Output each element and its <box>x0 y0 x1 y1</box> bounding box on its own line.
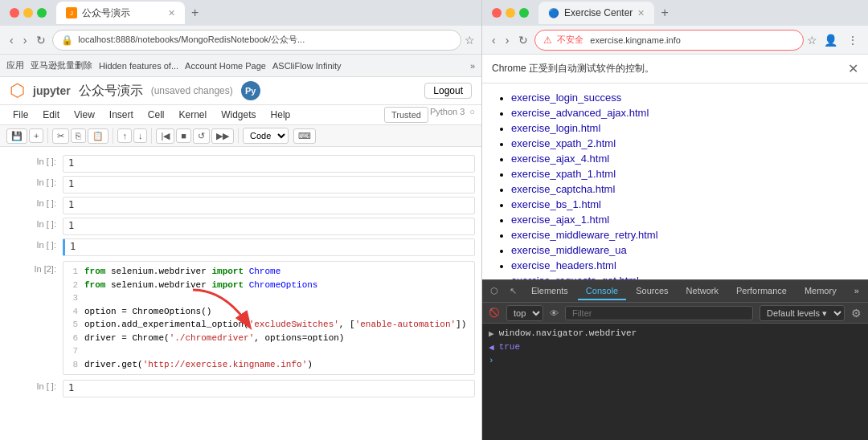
reload-button[interactable]: ↻ <box>33 31 49 50</box>
minimize-window-btn[interactable] <box>23 8 33 18</box>
notebook-title[interactable]: 公众号演示 <box>79 83 143 100</box>
devtools-tab-console[interactable]: Console <box>578 283 626 300</box>
exercise-link-3[interactable]: exercise_xpath_2.html <box>511 136 855 151</box>
insecure-icon: ⚠ <box>543 35 552 46</box>
devtools-tab-network[interactable]: Network <box>678 283 727 300</box>
address-bar[interactable]: 🔒 localhost:8888/notebooks/MongoRedisNot… <box>52 30 461 51</box>
right-maximize-btn[interactable] <box>519 8 529 18</box>
bookmark-ascii[interactable]: ASCliFlow Infinity <box>272 61 342 71</box>
menu-help[interactable]: Help <box>264 107 297 123</box>
right-close-btn[interactable] <box>492 8 502 18</box>
bookmark-hidden[interactable]: Hidden features of... <box>99 61 178 71</box>
cell-5-content[interactable]: 1 <box>63 238 475 256</box>
exercise-link-2[interactable]: exercise_login.html <box>511 120 855 136</box>
menu-insert[interactable]: Insert <box>103 107 140 123</box>
bookmarks-more[interactable]: » <box>470 61 475 71</box>
logout-button[interactable]: Logout <box>424 83 472 99</box>
bookmark-apps[interactable]: 应用 <box>6 59 24 71</box>
cell-1-content[interactable]: 1 <box>63 155 475 173</box>
code-cell-content[interactable]: 1 from selenium.webdriver import Chrome … <box>63 261 475 375</box>
menu-cell[interactable]: Cell <box>141 107 171 123</box>
cell-4-content[interactable]: 1 <box>63 218 475 235</box>
forward-button[interactable]: › <box>20 31 31 50</box>
menu-widgets[interactable]: Widgets <box>215 107 262 123</box>
menu-edit[interactable]: Edit <box>36 107 66 123</box>
tab-close-btn[interactable]: ✕ <box>168 8 175 18</box>
bookmark-star[interactable]: ☆ <box>465 34 475 47</box>
add-cell-btn[interactable]: + <box>29 128 43 143</box>
back-button[interactable]: ‹ <box>6 31 17 50</box>
console-prompt[interactable]: › <box>489 356 494 365</box>
exercise-link-10[interactable]: exercise_middleware_ua <box>511 242 855 258</box>
restart-btn[interactable]: ↺ <box>193 128 210 144</box>
exercise-link-4[interactable]: exercise_ajax_4.html <box>511 151 855 166</box>
devtools-tab-sources[interactable]: Sources <box>628 283 676 300</box>
bookmark-account[interactable]: Account Home Page <box>185 61 266 71</box>
bookmark-amazon[interactable]: 亚马逊批量删除 <box>31 59 92 71</box>
cell-last-content[interactable]: 1 <box>63 380 475 397</box>
exercise-link-0[interactable]: exercise_login_success <box>511 90 855 105</box>
menu-kernel[interactable]: Kernel <box>173 107 214 123</box>
right-back-btn[interactable]: ‹ <box>489 31 499 50</box>
copy-btn[interactable]: ⎘ <box>71 128 86 143</box>
run-all-btn[interactable]: ▶▶ <box>211 128 234 144</box>
devtools-tab-more[interactable]: » <box>846 283 867 300</box>
right-forward-btn[interactable]: › <box>502 31 513 50</box>
exercise-link-6[interactable]: exercise_captcha.html <box>511 181 855 197</box>
list-item: exercise_xpath_2.html <box>511 136 855 151</box>
right-new-tab-btn[interactable]: + <box>657 6 671 20</box>
devtools-tab-memory[interactable]: Memory <box>796 283 845 300</box>
maximize-window-btn[interactable] <box>37 8 47 18</box>
console-filter-input[interactable] <box>565 306 753 320</box>
stop-btn[interactable]: ■ <box>176 128 191 143</box>
automation-banner: Chrome 正受到自动测试软件的控制。 ✕ <box>482 55 868 84</box>
devtools-eye-icon[interactable]: 👁 <box>550 308 559 318</box>
cell-2-content[interactable]: 1 <box>63 176 475 194</box>
cell-3-content[interactable]: 1 <box>63 197 475 214</box>
trusted-button[interactable]: Trusted <box>384 107 428 123</box>
exercise-link-8[interactable]: exercise_ajax_1.html <box>511 212 855 227</box>
devtools-element-icon[interactable]: ⬡ <box>485 283 503 299</box>
exercise-tab-close[interactable]: ✕ <box>637 8 645 18</box>
exercise-link-1[interactable]: exercise_advanced_ajax.html <box>511 105 855 120</box>
exercise-link-9[interactable]: exercise_middleware_retry.html <box>511 227 855 242</box>
save-btn[interactable]: 💾 <box>6 128 27 144</box>
right-bookmark-star[interactable]: ☆ <box>807 34 817 47</box>
devtools-tab-performance[interactable]: Performance <box>728 283 795 300</box>
code-text-4: option = ChromeOptions() <box>84 305 211 319</box>
jupyter-tab[interactable]: J 公众号演示 ✕ <box>56 2 185 24</box>
devtools-clear-icon[interactable]: 🚫 <box>489 308 500 318</box>
right-minimize-btn[interactable] <box>506 8 515 18</box>
exercise-link-7[interactable]: exercise_bs_1.html <box>511 197 855 212</box>
right-profile-btn[interactable]: 👤 <box>821 31 841 50</box>
paste-btn[interactable]: 📋 <box>88 128 108 144</box>
cell-type-select[interactable]: Code <box>243 128 289 144</box>
menu-file[interactable]: File <box>6 107 35 123</box>
code-line-1: 1 from selenium.webdriver import Chrome <box>68 265 469 279</box>
devtools-settings-icon[interactable]: ⚙ <box>851 307 862 320</box>
level-select[interactable]: Default levels ▾ <box>760 305 845 321</box>
devtools-cursor-icon[interactable]: ↖ <box>505 283 522 299</box>
run-prev-btn[interactable]: |◀ <box>156 128 174 144</box>
context-select[interactable]: top <box>506 305 543 321</box>
console-expand-arrow[interactable]: ▶ <box>489 328 494 339</box>
right-menu-btn[interactable]: ⋮ <box>844 31 862 50</box>
python-badge: Py <box>241 81 260 100</box>
new-tab-button[interactable]: + <box>188 6 202 20</box>
exercise-link-11[interactable]: exercise_headers.html <box>511 258 855 273</box>
menu-view[interactable]: View <box>68 107 101 123</box>
right-reload-btn[interactable]: ↻ <box>515 31 531 50</box>
exercise-tab[interactable]: 🔵 Exercise Center ✕ <box>538 2 654 24</box>
keyboard-btn[interactable]: ⌨ <box>293 128 316 144</box>
close-window-btn[interactable] <box>10 8 19 18</box>
move-up-btn[interactable]: ↑ <box>117 128 132 143</box>
right-address-bar[interactable]: ⚠ 不安全 exercise.kingname.info <box>534 30 804 51</box>
move-down-btn[interactable]: ↓ <box>133 128 148 143</box>
exercise-link-5[interactable]: exercise_xpath_1.html <box>511 166 855 181</box>
devtools-tab-elements[interactable]: Elements <box>523 283 576 300</box>
exercise-link-12[interactable]: exercise_requests_get.html <box>511 273 855 279</box>
cut-btn[interactable]: ✂ <box>52 128 69 144</box>
banner-close-btn[interactable]: ✕ <box>848 61 858 76</box>
code-text-2: from selenium.webdriver import ChromeOpt… <box>84 279 317 292</box>
code-line-7: 7 <box>68 344 469 358</box>
